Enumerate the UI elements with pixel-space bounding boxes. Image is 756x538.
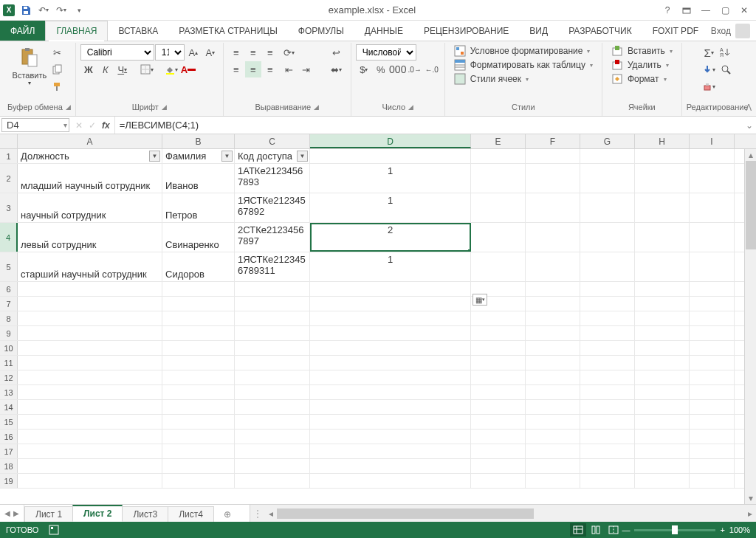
cell[interactable] [690,370,735,384]
cell[interactable] [580,370,635,384]
cell[interactable] [526,311,580,325]
fill-color-icon[interactable]: ▾ [163,61,179,77]
cell[interactable] [235,474,310,488]
cut-icon[interactable]: ✂ [49,44,66,61]
cell[interactable] [18,370,162,384]
cell[interactable]: старший научный сотрудник [18,252,162,281]
help-icon[interactable]: ? [659,3,676,18]
cell[interactable] [635,223,690,252]
row-header[interactable]: 14 [0,400,18,414]
row-header[interactable]: 8 [0,311,18,325]
cell[interactable] [162,370,235,384]
increase-indent-icon[interactable]: ⇥ [298,61,315,77]
cell[interactable] [526,326,580,340]
row-header[interactable]: 1 [0,149,18,163]
cell[interactable] [18,400,162,414]
percent-icon[interactable]: % [373,61,389,77]
cell[interactable] [580,474,635,488]
cell[interactable] [162,341,235,355]
increase-font-icon[interactable]: A▴ [185,44,202,61]
tab-вставка[interactable]: ВСТАВКА [108,21,168,41]
fill-icon[interactable]: ▾ [701,61,717,77]
dialog-launcher-icon[interactable]: ◢ [314,103,319,111]
cell[interactable] [580,223,635,252]
cell[interactable] [18,474,162,488]
filter-dropdown-icon[interactable]: ▼ [221,151,233,162]
cell[interactable]: научный сотрудник [18,193,162,222]
cell[interactable] [310,326,471,340]
cell[interactable] [635,385,690,399]
cell[interactable] [635,164,690,193]
add-sheet-icon[interactable]: ⊕ [213,507,241,522]
cell[interactable]: 1 [310,193,471,222]
vertical-scrollbar[interactable]: ▴ ▾ [744,149,756,504]
cell[interactable] [690,149,735,163]
row-header[interactable]: 11 [0,356,18,370]
row-header[interactable]: 19 [0,474,18,488]
fill-handle[interactable] [468,249,471,252]
save-icon[interactable] [19,4,32,17]
cell[interactable] [580,193,635,222]
redo-icon[interactable]: ↷▾ [55,4,68,17]
row-header[interactable]: 4 [0,223,18,252]
cell[interactable] [471,474,526,488]
cell[interactable] [690,356,735,370]
cell[interactable] [690,164,735,193]
decrease-indent-icon[interactable]: ⇤ [281,61,298,77]
insert-cells-button[interactable]: Вставить▾ [607,44,677,58]
cell[interactable] [635,444,690,458]
row-header[interactable]: 3 [0,193,18,222]
cell[interactable] [526,370,580,384]
cell[interactable] [162,459,235,473]
cell[interactable] [471,444,526,458]
cell[interactable] [526,415,580,429]
font-size-combo[interactable]: 11 [155,44,185,61]
tab-главная[interactable]: ГЛАВНАЯ [45,21,108,41]
column-header[interactable]: F [526,134,580,148]
cell[interactable] [526,282,580,296]
formula-input[interactable]: =ЛЕВСИМВ(C4;1) [115,117,743,134]
cell[interactable] [635,356,690,370]
column-header[interactable]: C [235,134,310,148]
comma-icon[interactable]: 000 [390,61,406,77]
cell[interactable] [471,415,526,429]
cell[interactable]: 1 [310,252,471,281]
conditional-formatting-button[interactable]: Условное форматирование▾ [450,44,595,58]
cell[interactable] [690,326,735,340]
tab-foxit pdf[interactable]: FOXIT PDF [642,21,709,41]
cell[interactable] [18,326,162,340]
cell[interactable] [635,430,690,444]
cell[interactable] [310,297,471,311]
cell[interactable] [235,356,310,370]
cell[interactable] [310,356,471,370]
cell[interactable] [635,282,690,296]
cell[interactable] [18,311,162,325]
undo-icon[interactable]: ↶▾ [37,4,50,17]
cell[interactable]: Сидоров [162,252,235,281]
cell[interactable] [310,311,471,325]
signin[interactable]: Вход [711,21,756,41]
cell[interactable] [580,415,635,429]
cell[interactable] [635,149,690,163]
cell[interactable]: 1ЯСТКе21234567892 [235,193,310,222]
orientation-icon[interactable]: ⟳▾ [281,44,298,61]
cell[interactable] [526,400,580,414]
row-header[interactable]: 5 [0,252,18,281]
cell[interactable] [310,370,471,384]
view-normal-icon[interactable] [570,523,586,537]
cell[interactable] [310,385,471,399]
cell[interactable] [580,400,635,414]
cell[interactable] [310,415,471,429]
cell[interactable] [635,193,690,222]
cell[interactable] [471,385,526,399]
cell[interactable] [526,223,580,252]
row-header[interactable]: 10 [0,341,18,355]
cell[interactable]: младший научный сотрудник [18,164,162,193]
cell[interactable] [690,430,735,444]
cell[interactable] [471,311,526,325]
row-header[interactable]: 6 [0,282,18,296]
cell[interactable] [580,282,635,296]
cell[interactable] [310,459,471,473]
view-page-break-icon[interactable] [605,523,622,537]
cell[interactable] [526,297,580,311]
